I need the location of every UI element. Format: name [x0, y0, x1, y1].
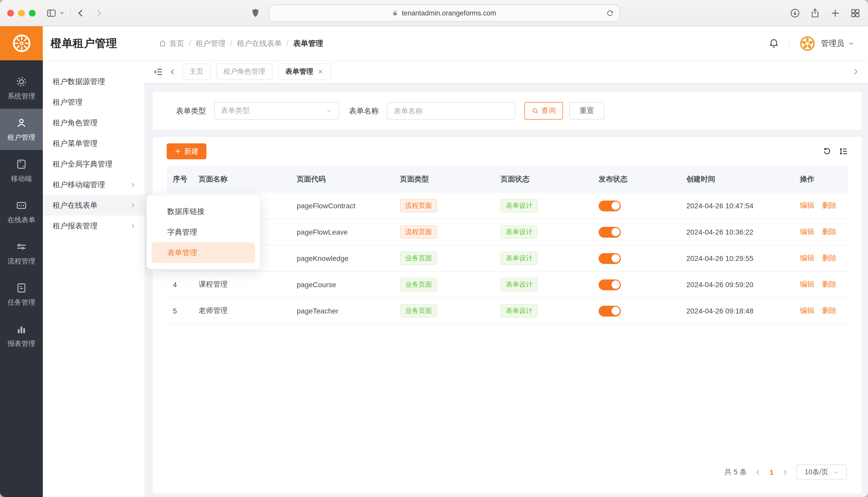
- tab[interactable]: 表单管理: [278, 63, 331, 80]
- rail-item-label: 报表管理: [8, 339, 35, 348]
- minimize-window-button[interactable]: [18, 10, 25, 16]
- tabs-scroll-right-icon[interactable]: [852, 68, 860, 76]
- pagination: 共 5 条 1 10条/页: [167, 465, 848, 493]
- breadcrumb-item[interactable]: 首页: [159, 39, 184, 48]
- cell-index: 4: [167, 271, 192, 298]
- edit-link[interactable]: 编辑: [800, 201, 814, 209]
- sidebar-item[interactable]: 租户移动端管理: [43, 174, 144, 195]
- rail-item-onlineform[interactable]: 在线表单: [0, 191, 43, 232]
- orange-wheel-icon: [10, 31, 33, 55]
- user-menu-chevron-icon[interactable]: [848, 40, 855, 47]
- column-header: 页面状态: [494, 166, 592, 193]
- submenu-flyout: 数据库链接字典管理表单管理: [147, 195, 260, 269]
- gear-icon: [15, 75, 27, 87]
- refresh-icon[interactable]: [823, 147, 831, 156]
- publish-toggle[interactable]: [598, 200, 621, 211]
- line-height-icon[interactable]: [839, 147, 848, 156]
- breadcrumb-item[interactable]: 租户管理: [196, 39, 225, 48]
- edit-link[interactable]: 编辑: [800, 254, 814, 262]
- chevron-right-icon: [129, 223, 136, 229]
- sidebar-item[interactable]: 租户全局字典管理: [43, 154, 144, 174]
- form-type-label: 表单类型: [176, 106, 206, 116]
- forward-button[interactable]: [94, 8, 104, 18]
- browser-window: tenantadmin.orangeforms.com: [0, 0, 868, 497]
- edit-link[interactable]: 编辑: [800, 227, 814, 236]
- sidebar-item[interactable]: 租户数据源管理: [43, 71, 144, 92]
- reload-icon[interactable]: [606, 9, 614, 17]
- create-button[interactable]: 新建: [167, 143, 206, 159]
- rail-item-gear[interactable]: 系统管理: [0, 68, 43, 109]
- rail-item-user[interactable]: 租户管理: [0, 109, 43, 150]
- search-button[interactable]: 查询: [524, 102, 563, 119]
- rail-item-label: 流程管理: [8, 256, 35, 266]
- sidebar-item[interactable]: 租户角色管理: [43, 112, 144, 133]
- delete-link[interactable]: 删除: [822, 201, 837, 209]
- reset-button[interactable]: 重置: [569, 102, 604, 119]
- tab[interactable]: 主页: [182, 63, 210, 80]
- share-icon[interactable]: [810, 8, 821, 18]
- publish-toggle[interactable]: [598, 253, 621, 264]
- publish-toggle[interactable]: [598, 306, 621, 316]
- sidebar-item-label: 租户管理: [53, 97, 83, 107]
- prev-page-icon[interactable]: [755, 469, 762, 476]
- tab-overview-icon[interactable]: [850, 8, 861, 18]
- rail-item-label: 在线表单: [8, 215, 35, 225]
- page-size-select[interactable]: 10条/页: [796, 465, 847, 480]
- publish-toggle[interactable]: [598, 227, 621, 238]
- rail-item-tasks[interactable]: 任务管理: [0, 274, 43, 315]
- current-page[interactable]: 1: [769, 468, 774, 477]
- table-row: 5 老师管理 pageTeacher 业务页面 表单设计 2024-04-26 …: [167, 298, 848, 324]
- chevron-down-icon[interactable]: [59, 10, 65, 16]
- rail-item-label: 租户管理: [8, 133, 35, 142]
- delete-link[interactable]: 删除: [822, 306, 837, 314]
- avatar[interactable]: [799, 35, 815, 51]
- breadcrumb-item[interactable]: 租户在线表单: [237, 39, 282, 48]
- form-type-select[interactable]: 表单类型: [214, 102, 339, 119]
- tab[interactable]: 租户角色管理: [216, 63, 273, 80]
- tab-label: 租户角色管理: [223, 67, 265, 76]
- publish-toggle[interactable]: [598, 279, 621, 290]
- cell-created-time: 2024-04-26 10:47:54: [680, 193, 794, 219]
- sidebar-item[interactable]: 租户菜单管理: [43, 133, 144, 154]
- privacy-shield-icon[interactable]: [250, 7, 260, 18]
- sidebar-item[interactable]: 租户在线表单: [43, 195, 144, 215]
- module-rail: 系统管理租户管理移动端在线表单流程管理任务管理报表管理: [0, 60, 43, 497]
- downloads-icon[interactable]: [789, 8, 800, 18]
- app-logo: [0, 26, 43, 60]
- sidebar-item-label: 租户在线表单: [53, 200, 98, 210]
- sidebar-toggle-icon[interactable]: [46, 8, 57, 18]
- user-name[interactable]: 管理员: [821, 39, 844, 48]
- tabs: 主页租户角色管理表单管理: [182, 63, 331, 80]
- close-icon[interactable]: [317, 68, 324, 75]
- next-page-icon[interactable]: [781, 469, 788, 476]
- collapse-menu-icon[interactable]: [153, 67, 163, 76]
- breadcrumb-item[interactable]: 表单管理: [293, 39, 323, 48]
- mobile-icon: [15, 158, 27, 170]
- total-count: 共 5 条: [724, 468, 747, 477]
- page-status-tag: 表单设计: [500, 225, 538, 239]
- sidebar-item[interactable]: 租户报表管理: [43, 215, 144, 236]
- flyout-item[interactable]: 数据库链接: [147, 201, 260, 222]
- notifications-bell-icon[interactable]: [768, 38, 779, 49]
- close-window-button[interactable]: [7, 10, 14, 16]
- sidebar-item[interactable]: 租户管理: [43, 92, 144, 112]
- delete-link[interactable]: 删除: [822, 280, 837, 288]
- onlineform-icon: [15, 199, 27, 211]
- flyout-item[interactable]: 表单管理: [152, 242, 255, 263]
- new-tab-icon[interactable]: [830, 8, 841, 18]
- form-name-input[interactable]: [387, 102, 515, 119]
- tabs-scroll-left-icon[interactable]: [169, 68, 177, 75]
- address-bar[interactable]: tenantadmin.orangeforms.com: [268, 5, 620, 22]
- edit-link[interactable]: 编辑: [800, 280, 814, 288]
- back-button[interactable]: [76, 8, 86, 18]
- table-row: pageFlowContract 流程页面 表单设计 2024-04-26 10…: [167, 193, 848, 219]
- rail-item-mobile[interactable]: 移动端: [0, 150, 43, 191]
- rail-item-chart[interactable]: 报表管理: [0, 315, 43, 356]
- cell-index: 5: [167, 298, 192, 324]
- delete-link[interactable]: 删除: [822, 227, 837, 236]
- delete-link[interactable]: 删除: [822, 254, 837, 262]
- edit-link[interactable]: 编辑: [800, 306, 814, 314]
- rail-item-sliders[interactable]: 流程管理: [0, 232, 43, 274]
- flyout-item[interactable]: 字典管理: [147, 222, 260, 242]
- zoom-window-button[interactable]: [29, 10, 36, 16]
